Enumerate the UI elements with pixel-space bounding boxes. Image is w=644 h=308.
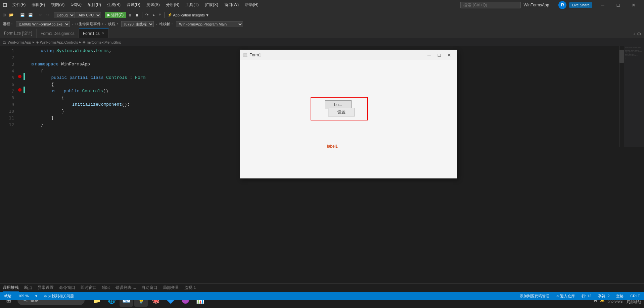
toolbar-sep6 [164,12,165,18]
toolbar-saveall-btn[interactable]: 💾 [27,12,34,18]
tab-form1-cs-close[interactable]: ✕ [102,32,104,35]
gutter [17,46,24,147]
new-tab-icon[interactable]: + [633,31,636,37]
project-label: WinFormsApp [8,40,31,44]
toolbar-step-out-btn[interactable]: ↱ [157,12,163,18]
form-icon: 🖼 [243,52,247,58]
bottom-tab-locals[interactable]: 局部变量 [163,284,179,291]
tab-form1-cs-label: Form1.cs [83,31,100,36]
status-line[interactable]: 行: 12 [580,294,593,299]
debug-bar: 进程： [16060] WinFormsApp.exe • □ 生命周期事件 •… [0,20,644,28]
toolbar-stop-btn[interactable]: ⏹ [134,12,140,18]
maximize-button[interactable]: □ [610,0,626,10]
close-button[interactable]: ✕ [626,0,641,10]
status-encoding[interactable]: CRLF [629,294,641,298]
app-insights-label: Application Insights [173,13,205,17]
toolbar-redo-btn[interactable]: ↪ [44,12,50,18]
bottom-tab-auto[interactable]: 自动窗口 [141,284,157,291]
app-insights-dropdown-icon: ▼ [205,13,209,17]
status-issues[interactable]: ⊕ 未找到相关问题 [43,294,75,299]
run-button[interactable]: ▶ 运行(C) [105,12,126,18]
process-dropdown[interactable]: [16060] WinFormsApp.exe [16,21,70,27]
code-path-bar: 🗂 WinFormsApp ▸ ◈ WinFormsApp.Controls ▸… [0,38,644,46]
menu-analyze[interactable]: 分析(N) [163,1,182,8]
user-avatar[interactable]: R [558,1,566,9]
menu-extensions[interactable]: 扩展(X) [202,1,221,8]
menu-window[interactable]: 窗口(W) [222,1,241,8]
breakpoint-dot-7 [18,88,21,92]
app-insights-button[interactable]: ⚡ Application Insights ▼ [166,12,211,18]
scrollbar-right[interactable] [619,46,624,147]
thread-dropdown[interactable]: [8720] 主线程 [121,21,154,27]
status-bar-right: 添加到源代码管理 ✕ 迎入仓库 行: 12 字符: 2 空格 CRLF [518,294,641,299]
form-minimize-button[interactable]: ─ [424,51,434,59]
toolbar-open-btn[interactable]: 📂 [8,12,15,18]
minimize-button[interactable]: ─ [595,0,610,10]
cpu-config-dropdown[interactable]: Any CPU [76,12,101,18]
form-button2[interactable]: 设置 [328,108,355,116]
live-share-button[interactable]: Live Share [569,2,592,8]
breakpoint-dot-5 [18,75,21,78]
tabs-actions: + ⚙ [630,30,644,38]
status-col[interactable]: 字符: 2 [597,294,611,299]
toolbar-step-over-btn[interactable]: ↷ [144,12,150,18]
status-bar: 就绪 169 % ▾ ⊕ 未找到相关问题 添加到源代码管理 ✕ 迎入仓库 行: … [0,292,644,300]
status-bar-left: 就绪 169 % ▾ ⊕ 未找到相关问题 [3,294,75,299]
tab-form1-design[interactable]: Form1.cs [设计] [0,29,37,38]
bottom-tab-callstack[interactable]: 调用堆栈 [3,284,19,292]
status-spaces[interactable]: 空格 [615,294,625,299]
bottom-tab-exceptions[interactable]: 异常设置 [38,284,54,291]
project-icon: 🗂 [3,40,6,44]
menu-bar: 文件(F) 编辑(E) 视图(V) Git(G) 项目(P) 生成(B) 调试(… [10,1,261,8]
tab-form1-design-label: Form1.cs [设计] [4,31,32,36]
bottom-tab-output[interactable]: 输出 [102,284,110,291]
taskbar-date-value: 2023/8/31 [607,300,624,304]
tab-form1-cs[interactable]: Form1.cs ✕ [79,29,109,38]
toolbar: ⊞ 📂 💾 💾 ↩ ↪ Debug Any CPU ▶ 运行(C) ⏸ ⏹ ↷ … [0,10,644,20]
stack-label: 堆栈帧： [159,21,174,27]
menu-tools[interactable]: 工具(T) [183,1,201,8]
app-insights-icon: ⚡ [168,13,172,17]
class-path-icon: ◈ [36,40,39,44]
bottom-tab-watch1[interactable]: 监视 1 [184,284,196,291]
menu-git[interactable]: Git(G) [68,1,84,8]
form-close-button[interactable]: ✕ [444,51,454,59]
bottom-tab-breakpoints[interactable]: 断点 [24,284,32,291]
menu-debug[interactable]: 调试(D) [124,1,143,8]
debug-config-dropdown[interactable]: Debug [54,12,75,18]
toolbar-new-btn[interactable]: ⊞ [1,12,7,18]
thread-label: 线程： [108,21,119,27]
bottom-tab-command[interactable]: 命令窗口 [59,284,75,291]
status-zoom[interactable]: 169 % [17,294,30,298]
toolbar-undo-btn[interactable]: ↩ [38,12,44,18]
form-label1: label1 [307,144,358,149]
toolbar-save-btn[interactable]: 💾 [19,12,26,18]
menu-project[interactable]: 项目(P) [85,1,104,8]
toolbar-sep3 [52,12,52,18]
settings-icon[interactable]: ⚙ [637,31,641,37]
menu-edit[interactable]: 编辑(E) [29,1,48,8]
bottom-tab-immediate[interactable]: 即时窗口 [81,284,97,291]
stack-dropdown[interactable]: WinFormsApp.Program.Main [176,21,243,27]
tab-form1-designer[interactable]: Form1.Designer.cs [37,29,79,38]
zoom-down-icon[interactable]: ▾ [34,294,39,298]
status-error[interactable]: ✕ 迎入仓库 [555,294,576,299]
form-body: bu... 设置 label1 [240,60,457,178]
menu-help[interactable]: 帮助(H) [242,1,261,8]
menu-test[interactable]: 测试(S) [144,1,163,8]
menu-build[interactable]: 生成(B) [104,1,123,8]
bottom-tab-errorlist[interactable]: 错误列表 ... [116,284,136,291]
menu-file[interactable]: 文件(F) [10,1,28,8]
tab-form1-designer-label: Form1.Designer.cs [41,31,75,36]
status-ready[interactable]: 就绪 [3,294,13,299]
menu-view[interactable]: 视图(V) [48,1,67,8]
title-bar-right: WinFormsApp R Live Share ─ □ ✕ [460,0,641,10]
toolbar-step-into-btn[interactable]: ↴ [150,12,156,18]
app-name-label: WinFormsApp [523,3,549,7]
form-maximize-button[interactable]: □ [434,51,444,59]
run-label: 运行(C) [111,12,124,17]
toolbar-pause-btn[interactable]: ⏸ [127,12,133,18]
window-controls: ─ □ ✕ [595,0,641,10]
global-search-input[interactable] [460,2,521,8]
status-git[interactable]: 添加到源代码管理 [518,294,551,299]
